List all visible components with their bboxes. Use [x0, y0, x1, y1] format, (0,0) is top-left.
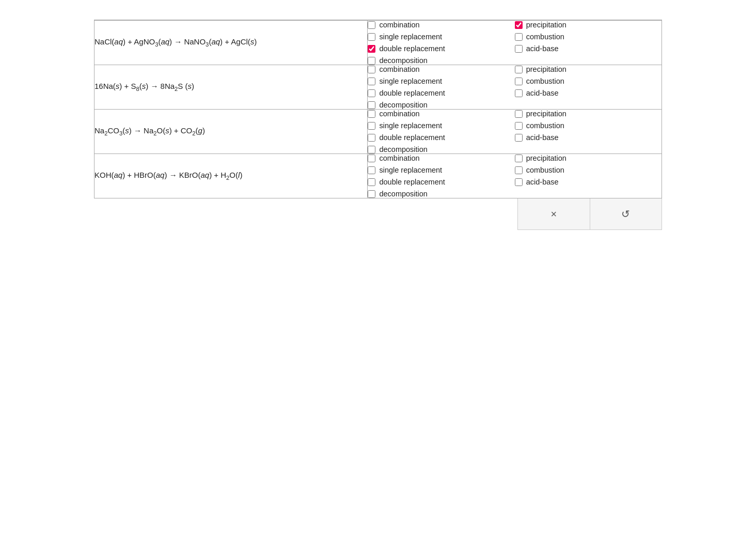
type-cell-1: combinationprecipitationsingle replaceme…	[368, 21, 662, 65]
checkbox-double_replacement-row2[interactable]	[368, 89, 375, 97]
checkbox-double_replacement-row4[interactable]	[368, 178, 375, 186]
checkbox-item-double_replacement-row1: double replacement	[368, 44, 514, 53]
checkbox-precipitation-row4[interactable]	[515, 155, 523, 162]
label-decomposition-row4: decomposition	[379, 190, 428, 198]
checkbox-item-combination-row2: combination	[368, 65, 514, 73]
checkbox-precipitation-row1[interactable]	[515, 21, 523, 29]
checkbox-precipitation-row2[interactable]	[515, 66, 523, 73]
checkbox-combination-row3[interactable]	[368, 110, 375, 118]
reaction-cell-2: 16Na(s) + S8(s) → 8Na2S (s)	[94, 65, 368, 110]
label-precipitation-row4: precipitation	[526, 154, 566, 162]
label-double_replacement-row2: double replacement	[379, 89, 445, 97]
table-row: 16Na(s) + S8(s) → 8Na2S (s)combinationpr…	[94, 65, 662, 110]
checkbox-item-combination-row1: combination	[368, 21, 514, 29]
label-single_replacement-row4: single replacement	[379, 166, 442, 174]
reaction-formula: KOH(aq) + HBrO(aq) → KBrO(aq) + H2O(l)	[94, 171, 242, 179]
checkbox-combustion-row1[interactable]	[515, 33, 523, 41]
checkbox-combination-row4[interactable]	[368, 155, 375, 162]
checkbox-item-precipitation-row4: precipitation	[515, 154, 662, 162]
checkbox-item-combustion-row4: combustion	[515, 166, 662, 174]
type-cell-2: combinationprecipitationsingle replaceme…	[368, 65, 662, 110]
label-decomposition-row3: decomposition	[379, 145, 428, 153]
checkbox-grid-3: combinationprecipitationsingle replaceme…	[368, 110, 662, 142]
checkbox-item-single_replacement-row3: single replacement	[368, 121, 514, 130]
checkbox-decomposition-row4[interactable]	[368, 190, 375, 198]
checkbox-item-combustion-row1: combustion	[515, 33, 662, 41]
label-single_replacement-row2: single replacement	[379, 77, 442, 85]
label-decomposition-row2: decomposition	[379, 101, 428, 109]
reaction-cell-1: NaCl(aq) + AgNO3(aq) → NaNO3(aq) + AgCl(…	[94, 21, 368, 65]
label-combination-row3: combination	[379, 110, 419, 118]
reaction-formula: 16Na(s) + S8(s) → 8Na2S (s)	[94, 82, 194, 90]
checkbox-acid_base-row1[interactable]	[515, 45, 523, 53]
decomposition-row-4: decomposition	[368, 190, 662, 198]
checkbox-single_replacement-row3[interactable]	[368, 122, 375, 130]
checkbox-combustion-row2[interactable]	[515, 78, 523, 85]
checkbox-decomposition-row1[interactable]	[368, 57, 375, 65]
type-cell-3: combinationprecipitationsingle replaceme…	[368, 110, 662, 154]
checkbox-single_replacement-row1[interactable]	[368, 33, 375, 41]
checkbox-item-double_replacement-row3: double replacement	[368, 133, 514, 142]
label-acid_base-row1: acid-base	[526, 44, 559, 53]
checkbox-acid_base-row4[interactable]	[515, 178, 523, 186]
checkbox-item-single_replacement-row4: single replacement	[368, 166, 514, 174]
decomposition-row-1: decomposition	[368, 56, 662, 65]
label-double_replacement-row1: double replacement	[379, 44, 445, 53]
label-single_replacement-row1: single replacement	[379, 33, 442, 41]
table-row: Na2CO3(s) → Na2O(s) + CO2(g)combinationp…	[94, 110, 662, 154]
checkbox-combustion-row4[interactable]	[515, 166, 523, 174]
checkbox-item-double_replacement-row4: double replacement	[368, 178, 514, 186]
label-precipitation-row3: precipitation	[526, 110, 566, 118]
label-combustion-row2: combustion	[526, 77, 564, 85]
checkbox-combination-row2[interactable]	[368, 66, 375, 73]
decomposition-row-3: decomposition	[368, 145, 662, 153]
checkbox-item-single_replacement-row1: single replacement	[368, 33, 514, 41]
checkbox-item-single_replacement-row2: single replacement	[368, 77, 514, 85]
label-combination-row2: combination	[379, 65, 419, 73]
reaction-table: NaCl(aq) + AgNO3(aq) → NaNO3(aq) + AgCl(…	[94, 20, 662, 198]
type-cell-4: combinationprecipitationsingle replaceme…	[368, 154, 662, 198]
checkbox-combination-row1[interactable]	[368, 21, 375, 29]
reaction-cell-3: Na2CO3(s) → Na2O(s) + CO2(g)	[94, 110, 368, 154]
action-button-bar: × ↺	[517, 198, 662, 230]
checkbox-item-acid_base-row4: acid-base	[515, 178, 662, 186]
checkbox-decomposition-row3[interactable]	[368, 146, 375, 153]
label-single_replacement-row3: single replacement	[379, 121, 442, 130]
label-precipitation-row1: precipitation	[526, 21, 566, 29]
checkbox-item-acid_base-row1: acid-base	[515, 44, 662, 53]
decomposition-row-2: decomposition	[368, 101, 662, 109]
label-combination-row1: combination	[379, 21, 419, 29]
checkbox-item-precipitation-row1: precipitation	[515, 21, 662, 29]
checkbox-acid_base-row3[interactable]	[515, 134, 523, 142]
label-combustion-row1: combustion	[526, 33, 564, 41]
checkbox-precipitation-row3[interactable]	[515, 110, 523, 118]
checkbox-item-acid_base-row2: acid-base	[515, 89, 662, 97]
reaction-cell-4: KOH(aq) + HBrO(aq) → KBrO(aq) + H2O(l)	[94, 154, 368, 198]
checkbox-item-combustion-row3: combustion	[515, 121, 662, 130]
checkbox-decomposition-row2[interactable]	[368, 101, 375, 109]
checkbox-single_replacement-row2[interactable]	[368, 78, 375, 85]
label-double_replacement-row4: double replacement	[379, 178, 445, 186]
checkbox-item-combination-row3: combination	[368, 110, 514, 118]
checkbox-single_replacement-row4[interactable]	[368, 166, 375, 174]
checkbox-acid_base-row2[interactable]	[515, 89, 523, 97]
label-decomposition-row1: decomposition	[379, 56, 428, 65]
checkbox-item-combination-row4: combination	[368, 154, 514, 162]
checkbox-item-acid_base-row3: acid-base	[515, 133, 662, 142]
label-combustion-row4: combustion	[526, 166, 564, 174]
clear-button[interactable]: ×	[518, 198, 590, 229]
checkbox-grid-4: combinationprecipitationsingle replaceme…	[368, 154, 662, 186]
reaction-formula: NaCl(aq) + AgNO3(aq) → NaNO3(aq) + AgCl(…	[94, 37, 257, 46]
checkbox-grid-1: combinationprecipitationsingle replaceme…	[368, 21, 662, 53]
label-double_replacement-row3: double replacement	[379, 133, 445, 142]
checkbox-combustion-row3[interactable]	[515, 122, 523, 130]
reaction-formula: Na2CO3(s) → Na2O(s) + CO2(g)	[94, 126, 205, 135]
checkbox-grid-2: combinationprecipitationsingle replaceme…	[368, 65, 662, 97]
checkbox-item-combustion-row2: combustion	[515, 77, 662, 85]
label-acid_base-row2: acid-base	[526, 89, 559, 97]
checkbox-double_replacement-row3[interactable]	[368, 134, 375, 142]
checkbox-double_replacement-row1[interactable]	[368, 45, 375, 53]
table-row: NaCl(aq) + AgNO3(aq) → NaNO3(aq) + AgCl(…	[94, 21, 662, 65]
label-acid_base-row3: acid-base	[526, 133, 559, 142]
reset-button[interactable]: ↺	[590, 198, 662, 229]
